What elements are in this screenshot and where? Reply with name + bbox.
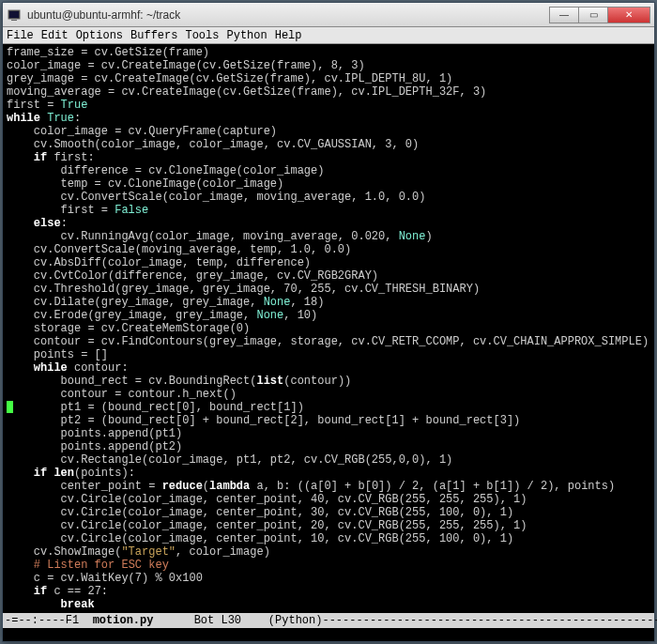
code-line: difference = cv.CloneImage(color_image): [7, 164, 324, 177]
py-keyword: if: [34, 151, 47, 164]
code-line: cv.Circle(color_image, center_point, 40,…: [7, 493, 527, 506]
py-builtin: list: [256, 375, 283, 388]
py-keyword: break: [61, 598, 95, 611]
code-text: [7, 151, 34, 164]
code-line: cv.Circle(color_image, center_point, 10,…: [7, 532, 513, 545]
svg-rect-1: [9, 11, 19, 18]
py-string: "Target": [121, 545, 176, 559]
code-text: [7, 361, 34, 375]
code-text: a, b: ((a[0] + b[0]) / 2, (a[1] + b[1]) …: [250, 480, 615, 493]
py-keyword: if: [34, 467, 47, 480]
code-line: cv.AbsDiff(color_image, temp, difference…: [7, 256, 311, 269]
py-builtin: reduce: [162, 480, 203, 493]
code-text: , 10): [283, 309, 317, 322]
menu-tools[interactable]: Tools: [185, 29, 219, 42]
menu-edit[interactable]: Edit: [41, 29, 69, 42]
code-text: first:: [47, 151, 94, 164]
py-comment: # Listen for ESC key: [34, 559, 169, 572]
code-line: cv.Smooth(color_image, color_image, cv.C…: [7, 138, 419, 151]
code-line: cv.ConvertScale(color_image, moving_aver…: [7, 191, 425, 204]
code-text: first =: [7, 204, 115, 217]
window-title: ubuntu@ubuntu-armhf: ~/track: [27, 8, 550, 22]
terminal-window: ubuntu@ubuntu-armhf: ~/track — ▭ ✕ File …: [2, 2, 655, 642]
code-text: [7, 467, 34, 480]
code-text: [7, 585, 34, 598]
py-const: True: [61, 99, 88, 112]
code-text: (points):: [74, 467, 135, 480]
editor-buffer[interactable]: frame_size = cv.GetSize(frame) color_ima…: [3, 44, 654, 613]
code-line: temp = cv.CloneImage(color_image): [7, 177, 283, 191]
code-text: cv.RunningAvg(color_image, moving_averag…: [7, 230, 399, 243]
code-text: (contour)): [283, 375, 351, 388]
titlebar[interactable]: ubuntu@ubuntu-armhf: ~/track — ▭ ✕: [3, 3, 654, 27]
code-text: , color_image): [176, 545, 270, 559]
py-builtin: len: [53, 467, 74, 480]
window-buttons: — ▭ ✕: [550, 7, 650, 23]
code-line: first =: [7, 99, 61, 112]
emacs-menubar: File Edit Options Buffers Tools Python H…: [3, 27, 654, 44]
modeline-dashes: ----------------------------------------…: [322, 614, 657, 627]
code-text: c == 27:: [47, 585, 108, 598]
modeline-filename: motion.py: [93, 614, 154, 627]
code-text: bound_rect = cv.BoundingRect(: [7, 375, 256, 388]
code-text: center_point =: [7, 480, 162, 493]
close-button[interactable]: ✕: [607, 7, 650, 23]
code-text: cv.ShowImage(: [7, 545, 121, 559]
code-line: contour = cv.FindContours(grey_image, st…: [7, 335, 649, 348]
code-line: pt2 = (bound_rect[0] + bound_rect[2], bo…: [7, 414, 520, 427]
code-line: color_image = cv.QueryFrame(capture): [7, 125, 277, 138]
code-text: cv.Dilate(grey_image, grey_image,: [7, 296, 264, 309]
code-line: storage = cv.CreateMemStorage(0): [7, 322, 250, 335]
code-text: (: [203, 480, 209, 493]
code-line: moving_average = cv.CreateImage(cv.GetSi…: [7, 85, 486, 99]
py-const: None: [264, 296, 291, 309]
py-keyword: while: [34, 361, 68, 375]
maximize-button[interactable]: ▭: [578, 7, 608, 23]
modeline-left: -=--:----F1: [5, 614, 93, 627]
code-line: cv.CvtColor(difference, grey_image, cv.C…: [7, 269, 378, 283]
code-line: cv.Threshold(grey_image, grey_image, 70,…: [7, 283, 480, 296]
code-text: :: [74, 112, 81, 125]
code-line: c = cv.WaitKey(7) % 0x100: [7, 572, 203, 585]
py-const: False: [115, 204, 148, 217]
code-line: pt1 = (bound_rect[0], bound_rect[1]): [7, 401, 304, 414]
code-line: color_image = cv.CreateImage(cv.GetSize(…: [7, 59, 365, 72]
menu-python[interactable]: Python: [226, 29, 267, 42]
emacs-minibuffer[interactable]: [3, 628, 654, 641]
code-line: points.append(pt2): [7, 440, 182, 453]
minimize-button[interactable]: —: [549, 7, 579, 23]
code-line: cv.Rectangle(color_image, pt1, pt2, cv.C…: [7, 453, 452, 467]
code-text: ): [425, 230, 432, 243]
code-line: cv.ConvertScale(moving_average, temp, 1.…: [7, 243, 351, 256]
code-text: contour:: [68, 361, 129, 375]
menu-file[interactable]: File: [7, 29, 34, 42]
menu-help[interactable]: Help: [275, 29, 302, 42]
code-line: cv.Circle(color_image, center_point, 30,…: [7, 506, 513, 519]
code-text: , 18): [290, 296, 324, 309]
menu-options[interactable]: Options: [76, 29, 123, 42]
code-line: frame_size = cv.GetSize(frame): [7, 46, 209, 59]
code-line: cv.Circle(color_image, center_point, 20,…: [7, 519, 527, 532]
code-line: contour = contour.h_next(): [7, 388, 237, 401]
code-text: [7, 217, 34, 230]
code-line: points = []: [7, 348, 108, 361]
code-text: [7, 598, 61, 611]
py-const: None: [399, 230, 426, 243]
code-line: grey_image = cv.CreateImage(cv.GetSize(f…: [7, 72, 452, 85]
svg-rect-2: [11, 20, 17, 21]
emacs-modeline: -=--:----F1 motion.py Bot L30 (Python)--…: [3, 613, 654, 628]
py-keyword: while: [7, 112, 40, 125]
modeline-mid: Bot L30 (Python): [153, 614, 322, 627]
code-line: points.append(pt1): [7, 427, 182, 440]
putty-icon: [7, 8, 22, 23]
cursor: [7, 401, 13, 413]
py-const: True: [47, 112, 74, 125]
py-keyword: else: [34, 217, 61, 230]
code-text: :: [61, 217, 68, 230]
py-const: None: [256, 309, 283, 322]
menu-buffers[interactable]: Buffers: [130, 29, 177, 42]
py-keyword: if: [34, 585, 47, 598]
code-text: [7, 559, 34, 572]
py-keyword: lambda: [209, 480, 250, 493]
code-text: cv.Erode(grey_image, grey_image,: [7, 309, 256, 322]
